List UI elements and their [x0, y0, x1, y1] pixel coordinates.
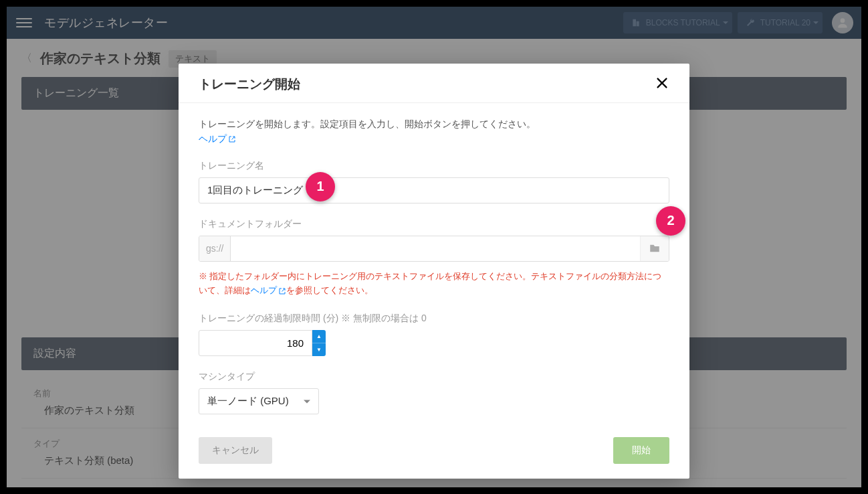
folder-icon — [649, 242, 661, 254]
external-link-icon — [228, 135, 236, 143]
document-folder-input[interactable] — [231, 236, 640, 261]
document-folder-label: ドキュメントフォルダー — [199, 218, 669, 230]
training-name-input[interactable] — [199, 177, 669, 203]
modal-footer: キャンセル 開始 — [179, 428, 689, 479]
modal-description: トレーニングを開始します。設定項目を入力し、開始ボタンを押してください。 — [199, 116, 669, 133]
machine-type-select[interactable]: 単一ノード (GPU) — [199, 388, 319, 414]
machine-type-label: マシンタイプ — [199, 371, 669, 383]
help-link-label: ヘルプ — [199, 133, 227, 145]
close-button[interactable] — [655, 76, 669, 93]
training-name-label: トレーニング名 — [199, 160, 669, 172]
time-limit-input[interactable] — [199, 330, 312, 356]
cancel-button[interactable]: キャンセル — [199, 437, 272, 464]
folder-note: ※ 指定したフォルダー内にトレーニング用のテキストファイルを保存してください。テ… — [199, 270, 669, 299]
folder-prefix: gs:// — [199, 236, 231, 261]
callout-1: 1 — [306, 172, 335, 201]
modal-overlay: トレーニング開始 トレーニングを開始します。設定項目を入力し、開始ボタンを押して… — [7, 7, 861, 487]
help-link[interactable]: ヘルプ — [199, 133, 236, 145]
document-folder-input-group: gs:// — [199, 236, 669, 262]
time-limit-group: ▲ ▼ — [199, 330, 669, 356]
close-icon — [655, 76, 669, 90]
time-limit-label: トレーニングの経過制限時間 (分) ※ 無制限の場合は 0 — [199, 313, 669, 325]
folder-note-help-link[interactable]: ヘルプ — [251, 284, 286, 298]
modal-title: トレーニング開始 — [199, 76, 300, 93]
folder-note-post: を参照してください。 — [286, 286, 373, 295]
spinner-down-button[interactable]: ▼ — [312, 343, 326, 356]
external-link-icon — [278, 287, 286, 295]
modal-header: トレーニング開始 — [179, 64, 689, 103]
spinner-up-button[interactable]: ▲ — [312, 330, 326, 343]
browse-folder-button[interactable] — [640, 236, 669, 261]
folder-note-link-label: ヘルプ — [251, 284, 277, 298]
machine-type-value: 単一ノード (GPU) — [207, 395, 289, 408]
time-limit-spinner: ▲ ▼ — [312, 330, 326, 356]
modal-body: トレーニングを開始します。設定項目を入力し、開始ボタンを押してください。 ヘルプ… — [179, 103, 689, 428]
start-button[interactable]: 開始 — [613, 437, 669, 464]
training-start-modal: トレーニング開始 トレーニングを開始します。設定項目を入力し、開始ボタンを押して… — [179, 64, 689, 479]
callout-2: 2 — [656, 206, 685, 236]
